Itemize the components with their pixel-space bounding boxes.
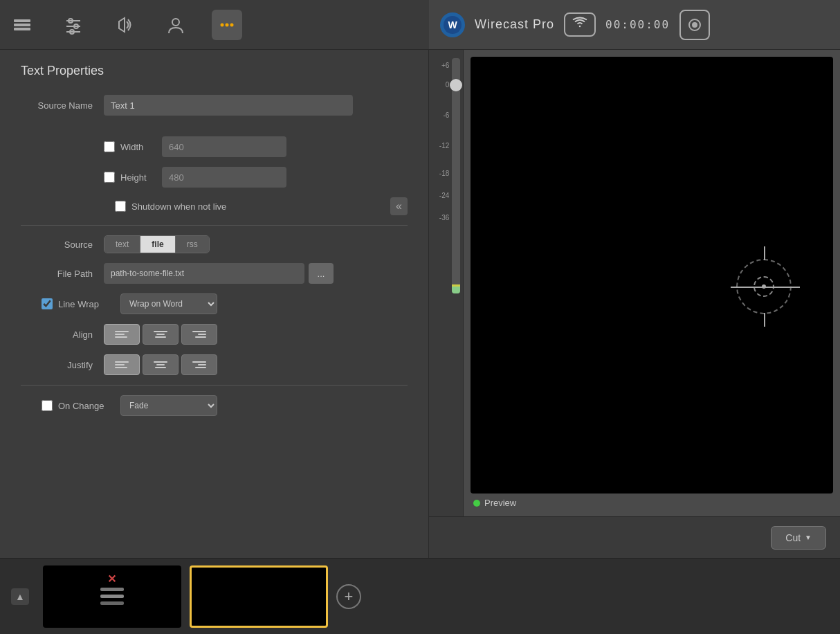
svg-point-13 [230, 23, 234, 26]
strip-item-1-icon: ✕ [100, 588, 124, 605]
strip-expand-button[interactable]: ▲ [11, 588, 29, 605]
right-top: +6 0 -6 -12 -18 -24 -36 [429, 50, 840, 516]
bottom-strip: ▲ ✕ + [0, 558, 840, 634]
preview-area: Preview [464, 50, 840, 516]
justify-btn-group [104, 354, 217, 375]
filepath-input[interactable] [104, 263, 304, 284]
preview-status-dot [473, 500, 480, 507]
source-name-label: Source Name [21, 100, 104, 111]
volume-scale: +6 0 -6 -12 -18 -24 -36 [432, 55, 449, 226]
divider-1 [21, 225, 408, 226]
collapse-button[interactable]: « [390, 197, 408, 215]
height-input[interactable] [162, 167, 286, 188]
browse-button[interactable]: ... [309, 263, 334, 284]
nav-audio[interactable] [109, 10, 140, 40]
svg-point-11 [221, 23, 224, 26]
preview-label-row: Preview [471, 493, 833, 509]
vol-scale-minus18: -18 [432, 166, 449, 181]
align-btn-group [104, 324, 217, 345]
svg-marker-9 [119, 18, 125, 32]
onchange-row: On Change Fade Cut Dissolve [21, 395, 408, 416]
justify-left-button[interactable] [104, 354, 140, 375]
vol-scale-minus6: -6 [432, 108, 449, 123]
width-input[interactable] [162, 136, 286, 157]
svg-text:W: W [448, 19, 457, 30]
linewrap-label: Line Wrap [58, 299, 120, 309]
align-label: Align [21, 329, 104, 340]
onchange-checkbox[interactable] [42, 400, 53, 411]
preview-label: Preview [484, 498, 516, 508]
add-strip-item-button[interactable]: + [336, 584, 361, 609]
nav-layers[interactable] [7, 10, 37, 40]
justify-right-icon [192, 361, 206, 368]
nav-sliders[interactable] [58, 10, 89, 40]
wifi-button[interactable] [564, 12, 596, 37]
wirecast-logo: W [440, 12, 465, 37]
nav-user[interactable] [161, 10, 191, 40]
vol-scale-minus24: -24 [432, 188, 449, 203]
height-row: Height [21, 167, 408, 188]
svg-point-12 [226, 23, 229, 26]
justify-label: Justify [21, 360, 104, 370]
source-tab-file[interactable]: file [140, 236, 175, 253]
volume-meter: +6 0 -6 -12 -18 -24 -36 [429, 50, 464, 516]
align-left-button[interactable] [104, 324, 140, 345]
height-checkbox[interactable] [104, 172, 115, 183]
svg-point-17 [692, 22, 697, 28]
crosshair-vertical-bottom [764, 313, 765, 327]
main-content: Text Properties Source Name Width Height [0, 50, 840, 558]
linewrap-row: Line Wrap Wrap on Word Wrap on Char No W… [21, 293, 408, 314]
crosshair-horizontal-line [731, 287, 800, 288]
align-center-button[interactable] [143, 324, 179, 345]
vol-scale-plus6: +6 [432, 58, 449, 73]
strip-layer-mid [100, 595, 124, 598]
shutdown-row: Shutdown when not live « [21, 197, 408, 215]
linewrap-select[interactable]: Wrap on Word Wrap on Char No Wrap [120, 293, 217, 314]
justify-center-button[interactable] [143, 354, 179, 375]
crosshair-vertical-top [764, 246, 765, 260]
volume-track[interactable] [452, 58, 460, 293]
source-row: Source text file rss [21, 235, 408, 253]
volume-level [452, 287, 460, 293]
align-right-button[interactable] [181, 324, 217, 345]
volume-peak [452, 284, 460, 287]
align-center-icon [154, 331, 167, 338]
onchange-select[interactable]: Fade Cut Dissolve [120, 395, 217, 416]
timecode-display: 00:00:00 [605, 18, 670, 31]
app-title: Wirecast Pro [475, 17, 554, 32]
filepath-row: File Path ... [21, 263, 408, 284]
record-button[interactable] [679, 10, 710, 40]
width-label: Width [120, 142, 162, 152]
source-tab-rss[interactable]: rss [176, 236, 209, 253]
vol-scale-minus36: -36 [432, 210, 449, 226]
nav-more[interactable] [212, 10, 242, 40]
height-label: Height [120, 172, 162, 183]
cut-button[interactable]: Cut ▼ [771, 526, 826, 550]
shutdown-label: Shutdown when not live [131, 201, 226, 212]
vol-scale-0: 0 [432, 78, 449, 93]
width-row: Width [21, 136, 408, 157]
strip-item-1[interactable]: ✕ [43, 565, 181, 628]
width-checkbox[interactable] [104, 141, 115, 152]
panel-title: Text Properties [21, 64, 408, 78]
source-name-input[interactable] [104, 95, 353, 116]
preview-crosshair [736, 259, 792, 314]
align-row: Align [21, 324, 408, 345]
svg-rect-1 [14, 24, 30, 26]
panel-scroll-area[interactable]: Text Properties Source Name Width Height [0, 50, 428, 558]
shutdown-checkbox[interactable] [115, 201, 126, 212]
vol-scale-minus12: -12 [432, 138, 449, 154]
bottom-controls: Cut ▼ [429, 516, 840, 558]
svg-point-10 [172, 19, 179, 26]
justify-row: Justify [21, 354, 408, 375]
volume-knob[interactable] [450, 79, 462, 91]
svg-rect-2 [14, 28, 30, 30]
strip-item-2[interactable] [190, 565, 328, 628]
cut-label: Cut [785, 532, 801, 543]
linewrap-checkbox[interactable] [42, 298, 53, 309]
onchange-label: On Change [58, 401, 120, 411]
justify-right-button[interactable] [181, 354, 217, 375]
source-name-row: Source Name [21, 95, 408, 116]
source-tab-text[interactable]: text [104, 236, 140, 253]
app-header: W Wirecast Pro 00:00:00 [429, 0, 840, 49]
